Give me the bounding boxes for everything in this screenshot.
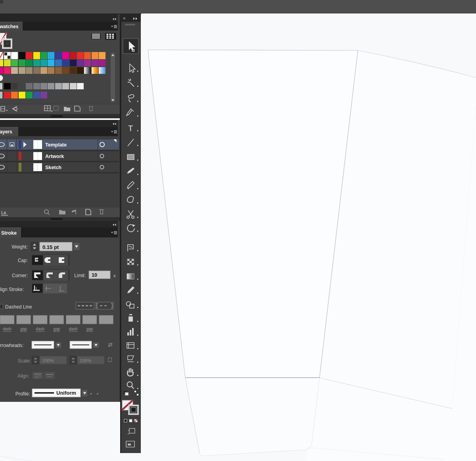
svg-text:Swatches: Swatches: [0, 24, 19, 29]
svg-text:Uniform: Uniform: [56, 390, 76, 396]
svg-text:Stroke: Stroke: [1, 230, 17, 236]
svg-text:Scale:: Scale:: [18, 358, 31, 364]
svg-text:dash: dash: [69, 327, 78, 331]
svg-text:x: x: [113, 273, 116, 278]
svg-text:Limit:: Limit:: [74, 273, 86, 278]
svg-text:gap: gap: [20, 327, 27, 331]
svg-text:lign Stroke:: lign Stroke:: [0, 287, 24, 292]
svg-text:Align:: Align:: [17, 373, 29, 379]
svg-text:Sketch: Sketch: [45, 165, 61, 170]
svg-text:La: La: [1, 210, 6, 215]
svg-text:Artwork: Artwork: [45, 154, 64, 159]
svg-text:×: ×: [123, 16, 125, 21]
svg-text:Cap:: Cap:: [18, 258, 28, 263]
svg-text:dash: dash: [36, 327, 44, 331]
svg-text:10: 10: [92, 272, 97, 278]
svg-text:rrowheads:: rrowheads:: [0, 343, 23, 348]
svg-text:◂: ◂: [96, 392, 98, 395]
svg-text:Weight:: Weight:: [12, 244, 28, 250]
svg-text:Template: Template: [45, 142, 67, 148]
svg-text:Layers: Layers: [0, 129, 12, 135]
svg-text:▸: ▸: [90, 392, 92, 395]
svg-text:100%: 100%: [42, 358, 54, 363]
svg-text:Profile:: Profile:: [15, 391, 30, 397]
svg-text:T: T: [128, 124, 133, 133]
svg-text:0.15 pt: 0.15 pt: [42, 244, 59, 250]
svg-text:dash: dash: [3, 327, 12, 331]
svg-text:100%: 100%: [80, 358, 91, 363]
svg-text:gap: gap: [53, 327, 60, 331]
svg-text:Dashed Line: Dashed Line: [5, 304, 32, 310]
svg-text:Corner:: Corner:: [12, 273, 28, 278]
svg-text:gap: gap: [86, 327, 93, 331]
